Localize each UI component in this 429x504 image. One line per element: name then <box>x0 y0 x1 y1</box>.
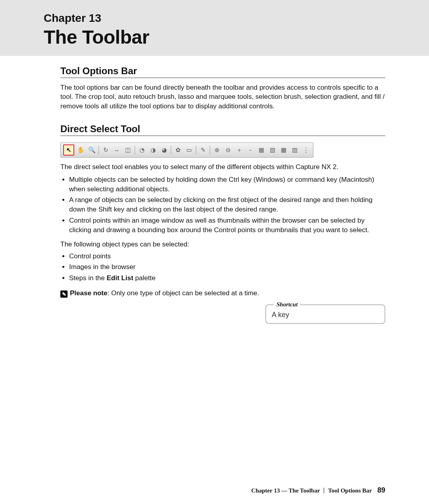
handle-icon[interactable]: ⋮ <box>301 145 311 155</box>
auto-retouch-icon[interactable]: ✎ <box>198 145 208 155</box>
list-item: Images in the browser <box>69 262 385 272</box>
footer-chapter: Chapter 13 — The Toolbar <box>251 487 320 494</box>
gradient-plus-icon[interactable]: ＋ <box>234 145 244 155</box>
section-heading-tool-options-bar: Tool Options Bar <box>60 65 385 78</box>
selection-brush-minus-icon[interactable]: ⊖ <box>223 145 233 155</box>
please-note-label: Please note <box>70 289 108 297</box>
chapter-label: Chapter 13 <box>44 12 385 25</box>
fill-plus-icon[interactable]: ▦ <box>257 145 266 155</box>
footer-page-number: 89 <box>377 486 385 494</box>
zoom-icon[interactable]: 🔍 <box>87 145 97 155</box>
toolbar-separator <box>196 146 196 154</box>
page-footer: Chapter 13 — The Toolbar Tool Options Ba… <box>251 486 385 494</box>
toolbar-separator <box>99 146 99 154</box>
remove-plus-icon[interactable]: ▩ <box>279 145 288 155</box>
hand-icon[interactable]: ✋ <box>76 145 85 155</box>
list-item: Control points <box>69 252 385 261</box>
shortcut-legend: Shortcut <box>274 301 300 308</box>
list-item: Steps in the Edit List palette <box>69 273 385 283</box>
remove-minus-icon[interactable]: ▨ <box>290 145 300 155</box>
object-types-intro: The following object types can be select… <box>60 240 385 248</box>
selection-brush-plus-icon[interactable]: ⊕ <box>212 145 222 155</box>
object-types-bullets: Control pointsImages in the browserSteps… <box>60 252 385 283</box>
toolbar-separator <box>171 146 171 154</box>
feature-bullets: Multiple objects can be selected by hold… <box>60 175 385 235</box>
white-point-icon[interactable]: ◕ <box>159 145 169 155</box>
list-item: Multiple objects can be selected by hold… <box>69 175 385 194</box>
toolbar-separator <box>135 146 135 154</box>
list-item: A range of objects can be selected by cl… <box>69 195 385 214</box>
shortcut-key: A key <box>272 311 380 319</box>
list-item: Control points within an image window as… <box>69 216 385 235</box>
toolbar-screenshot: ↖✋🔍↻↔◫◔◑◕✿▭✎⊕⊖＋－▦▧▩▨⋮ <box>60 142 385 158</box>
fill-minus-icon[interactable]: ▧ <box>268 145 277 155</box>
footer-section: Tool Options Bar <box>328 487 372 494</box>
gradient-minus-icon[interactable]: － <box>245 145 255 155</box>
section2-intro: The direct select tool enables you to se… <box>60 162 385 171</box>
neutral-point-icon[interactable]: ◑ <box>148 145 158 155</box>
chapter-title: The Toolbar <box>44 26 385 48</box>
direct-select-icon[interactable]: ↖ <box>63 144 74 156</box>
chapter-header: Chapter 13 The Toolbar <box>0 0 429 56</box>
toolbar-separator <box>210 146 210 154</box>
note-icon: ✎ <box>60 290 68 298</box>
straighten-icon[interactable]: ↔ <box>112 145 122 155</box>
section-heading-direct-select-tool: Direct Select Tool <box>60 123 385 136</box>
please-note-text: : Only one type of object can be selecte… <box>108 289 259 297</box>
please-note-row: ✎ Please note: Only one type of object c… <box>60 289 385 297</box>
rotate-icon[interactable]: ↻ <box>101 145 110 155</box>
lasso-icon[interactable]: ✿ <box>173 145 183 155</box>
marquee-icon[interactable]: ▭ <box>184 145 194 155</box>
section1-paragraph: The tool options bar can be found direct… <box>60 83 385 111</box>
black-point-icon[interactable]: ◔ <box>137 145 147 155</box>
crop-icon[interactable]: ◫ <box>123 145 133 155</box>
shortcut-box: Shortcut A key <box>265 304 385 324</box>
